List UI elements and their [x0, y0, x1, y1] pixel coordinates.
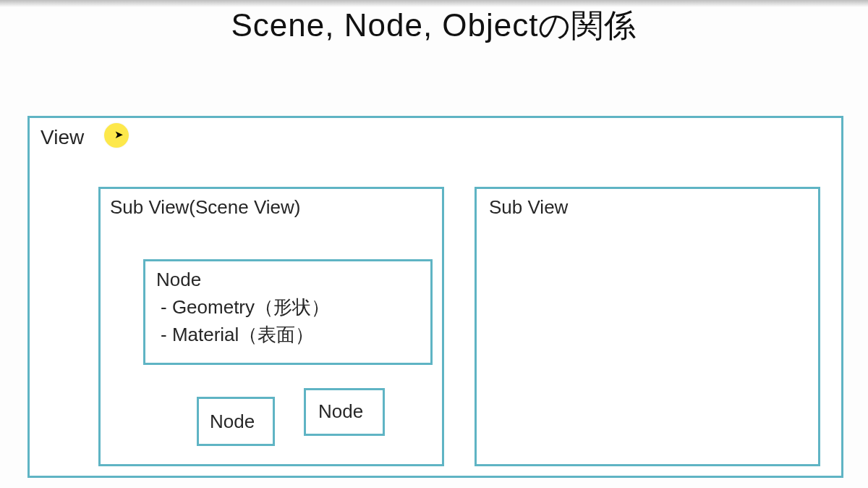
node-main-line1: - Geometry（形状） — [161, 294, 330, 321]
node-main-title: Node — [156, 266, 201, 294]
subview-scene-label: Sub View(Scene View) — [110, 194, 301, 222]
node-small-2-label: Node — [318, 398, 363, 426]
subview-right-box — [475, 187, 820, 466]
cursor-highlight-icon — [104, 123, 129, 148]
view-label: View — [41, 123, 84, 153]
slide-title: Scene, Node, Objectの関係 — [0, 4, 868, 47]
node-main-line2: - Material（表面） — [161, 321, 314, 349]
subview-right-label: Sub View — [489, 194, 568, 222]
node-small-1-label: Node — [210, 408, 255, 436]
